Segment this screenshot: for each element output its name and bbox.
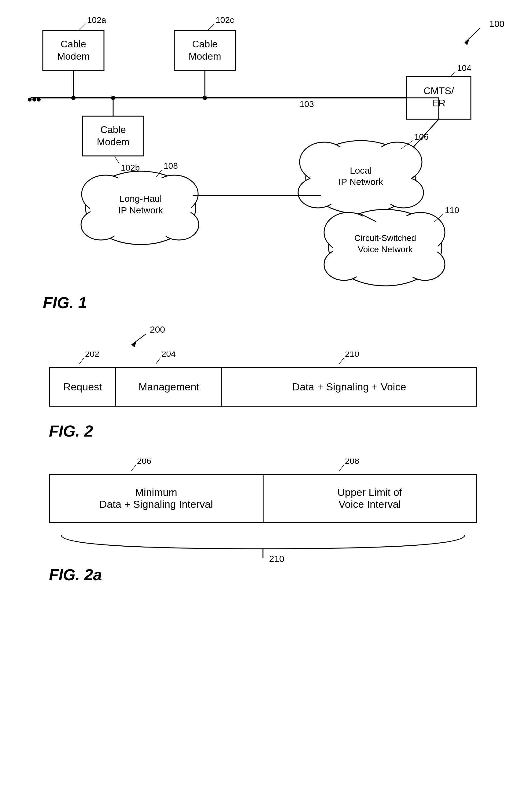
svg-point-40 [298,177,338,208]
svg-point-48 [81,175,129,213]
svg-text:Circuit-Switched: Circuit-Switched [354,233,416,243]
svg-point-42 [310,144,411,210]
svg-text:108: 108 [164,161,178,170]
svg-line-11 [208,24,214,30]
svg-rect-8 [174,31,235,70]
svg-text:IP Network: IP Network [338,177,383,187]
fig1-label: FIG. 1 [43,293,87,312]
svg-text:210: 210 [269,554,285,563]
svg-line-68 [361,214,376,222]
ref-200-label: 200 [150,324,165,334]
svg-point-47 [86,171,196,244]
svg-text:•••: ••• [27,92,41,107]
fig2a-diagram: 206 208 Minimum Data + Signaling Interva… [49,459,477,584]
svg-point-37 [306,141,416,214]
svg-text:102b: 102b [121,163,140,172]
cell-management: Management [116,368,222,406]
svg-line-55 [156,170,162,177]
svg-point-50 [81,209,121,240]
svg-line-65 [434,214,443,222]
svg-text:104: 104 [457,63,472,73]
svg-text:210: 210 [345,352,359,359]
svg-line-1 [465,28,480,43]
svg-line-75 [340,358,344,364]
svg-text:IP Network: IP Network [118,205,163,215]
fig2-packet-row: Request Management Data + Signaling + Vo… [49,367,477,407]
fig2-diagram: 200 202 204 210 Request [49,324,477,440]
svg-line-77 [131,465,136,471]
svg-text:CMTS/: CMTS/ [423,85,454,96]
svg-point-26 [71,96,75,100]
svg-point-51 [159,209,199,240]
svg-line-36 [391,119,439,171]
svg-point-41 [384,177,423,208]
svg-text:110: 110 [445,205,459,215]
svg-rect-3 [43,31,104,70]
svg-line-71 [79,358,84,364]
svg-point-39 [373,142,422,182]
svg-text:Local: Local [350,165,372,176]
svg-point-58 [324,213,373,252]
svg-text:208: 208 [345,459,359,465]
cell-request: Request [50,368,116,406]
svg-text:Cable: Cable [192,38,218,50]
svg-point-61 [405,249,445,280]
svg-text:106: 106 [414,132,429,142]
svg-text:ER: ER [432,97,445,109]
fig2-label: FIG. 2 [49,422,477,440]
svg-point-62 [333,213,438,282]
svg-text:204: 204 [162,352,176,359]
svg-point-60 [324,249,364,280]
svg-point-59 [396,213,445,252]
svg-text:Long-Haul: Long-Haul [120,194,162,204]
svg-line-16 [115,157,119,164]
svg-text:202: 202 [85,352,99,359]
svg-text:103: 103 [300,99,314,109]
svg-text:102c: 102c [216,15,234,25]
fig2a-label: FIG. 2a [49,566,477,584]
svg-text:Modem: Modem [57,51,90,62]
svg-text:Modem: Modem [189,51,221,62]
svg-marker-2 [465,39,469,45]
svg-line-45 [401,141,413,149]
svg-rect-18 [407,76,471,119]
svg-text:102a: 102a [87,15,106,25]
svg-line-79 [340,465,344,471]
svg-text:Cable: Cable [100,124,126,135]
svg-text:Voice Network: Voice Network [358,244,413,254]
svg-line-21 [450,72,456,77]
svg-line-69 [131,334,146,345]
svg-text:100: 100 [489,19,505,29]
svg-point-57 [329,209,442,286]
cell-upper: Upper Limit of Voice Interval [263,475,476,522]
svg-text:Cable: Cable [60,38,86,50]
svg-point-30 [111,96,115,100]
svg-text:206: 206 [137,459,151,465]
svg-point-49 [150,175,198,213]
cell-minimum: Minimum Data + Signaling Interval [50,475,263,522]
svg-point-38 [300,142,349,182]
svg-point-28 [203,96,207,100]
svg-line-73 [156,358,161,364]
svg-text:Modem: Modem [97,136,130,147]
svg-line-6 [79,24,86,30]
svg-rect-13 [82,116,144,156]
svg-point-52 [90,175,191,241]
fig2a-packet-row: Minimum Data + Signaling Interval Upper … [49,474,477,523]
fig1-diagram: 100 Cable Modem 102a Cable Modem 102c Ca… [24,12,508,312]
cell-data: Data + Signaling + Voice [222,368,476,406]
